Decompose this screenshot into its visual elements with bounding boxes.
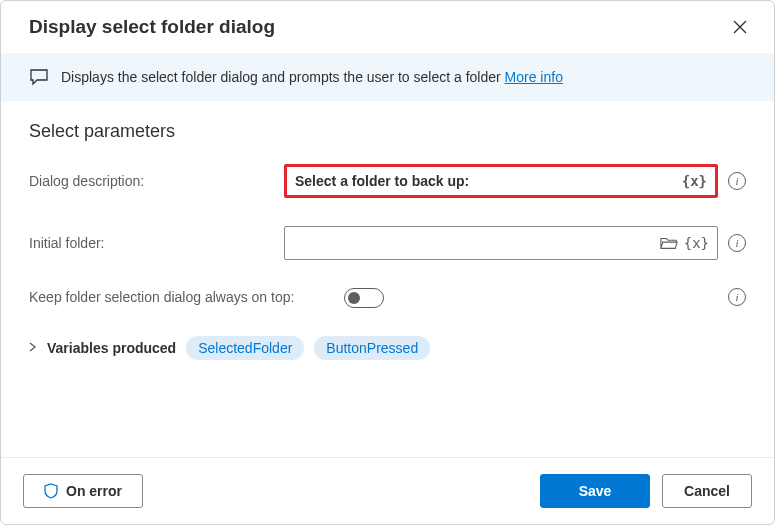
more-info-link[interactable]: More info <box>505 69 563 85</box>
info-banner: Displays the select folder dialog and pr… <box>1 53 774 101</box>
dialog-description-value: Select a folder to back up: <box>295 173 676 189</box>
field-initial-folder: Initial folder: {x} i <box>29 226 746 260</box>
info-icon[interactable]: i <box>728 288 746 306</box>
initial-folder-label: Initial folder: <box>29 234 274 252</box>
toggle-knob <box>348 292 360 304</box>
variable-pill-selected-folder[interactable]: SelectedFolder <box>186 336 304 360</box>
variable-pill-button-pressed[interactable]: ButtonPressed <box>314 336 430 360</box>
always-on-top-toggle[interactable] <box>344 288 384 308</box>
initial-folder-input[interactable]: {x} <box>284 226 718 260</box>
dialog-body: Select parameters Dialog description: Se… <box>1 101 774 457</box>
insert-variable-icon[interactable]: {x} <box>682 173 707 189</box>
close-icon <box>733 20 747 34</box>
dialog-description-input[interactable]: Select a folder to back up: {x} <box>284 164 718 198</box>
info-icon[interactable]: i <box>728 234 746 252</box>
dialog-description-label: Dialog description: <box>29 172 274 190</box>
cancel-button[interactable]: Cancel <box>662 474 752 508</box>
variables-produced-row: Variables produced SelectedFolder Button… <box>29 336 746 360</box>
field-always-on-top: Keep folder selection dialog always on t… <box>29 288 746 308</box>
save-button[interactable]: Save <box>540 474 650 508</box>
close-button[interactable] <box>728 15 752 39</box>
always-on-top-label: Keep folder selection dialog always on t… <box>29 288 334 306</box>
chevron-right-icon[interactable] <box>29 341 37 355</box>
footer-actions: Save Cancel <box>540 474 752 508</box>
dialog-title: Display select folder dialog <box>29 16 275 38</box>
section-title: Select parameters <box>29 121 746 142</box>
field-dialog-description: Dialog description: Select a folder to b… <box>29 164 746 198</box>
insert-variable-icon[interactable]: {x} <box>684 235 709 251</box>
variables-produced-label: Variables produced <box>47 340 176 356</box>
comment-icon <box>29 67 49 87</box>
info-banner-text: Displays the select folder dialog and pr… <box>61 69 563 85</box>
info-icon[interactable]: i <box>728 172 746 190</box>
folder-open-icon[interactable] <box>660 235 678 251</box>
shield-icon <box>44 483 58 499</box>
dialog-footer: On error Save Cancel <box>1 457 774 524</box>
dialog-header: Display select folder dialog <box>1 1 774 53</box>
on-error-button[interactable]: On error <box>23 474 143 508</box>
dialog-container: Display select folder dialog Displays th… <box>0 0 775 525</box>
